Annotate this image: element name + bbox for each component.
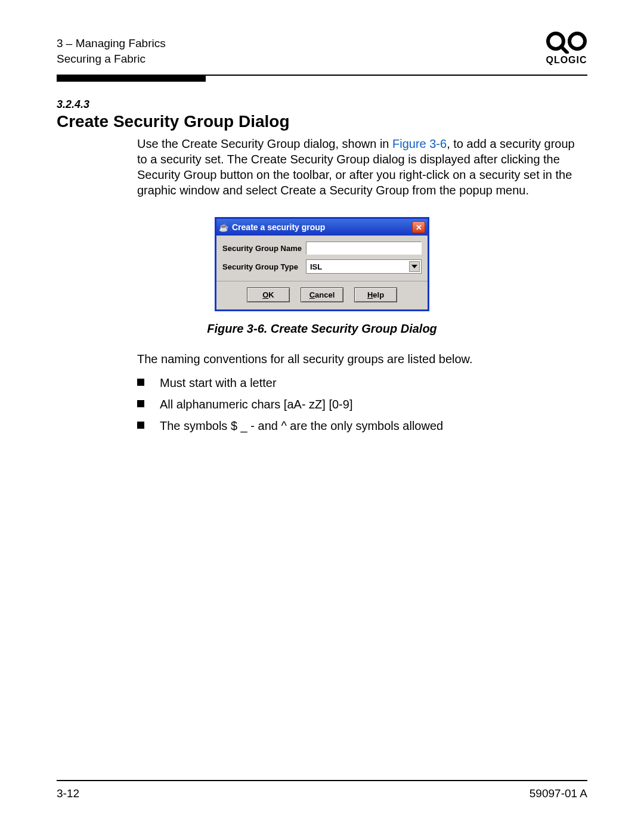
close-button[interactable]: ✕ <box>412 221 425 233</box>
svg-point-1 <box>569 33 585 49</box>
help-rest: elp <box>373 290 384 299</box>
cancel-button[interactable]: Cancel <box>301 287 343 302</box>
header-rule <box>57 75 587 82</box>
close-icon: ✕ <box>416 223 422 232</box>
ok-rest: K <box>268 290 274 299</box>
security-group-name-input[interactable] <box>306 241 422 255</box>
java-icon: ☕ <box>219 222 228 232</box>
bullet-list: Must start with a letter All alphanumeri… <box>137 375 581 433</box>
section-label: Securing a Fabric <box>57 51 166 67</box>
brand-logo: QLOGIC <box>546 29 587 66</box>
list-item: Must start with a letter <box>137 375 581 391</box>
security-group-name-label: Security Group Name <box>222 244 306 253</box>
dropdown-arrow-button[interactable] <box>409 261 420 272</box>
bullet-icon <box>137 379 144 386</box>
svg-marker-3 <box>411 265 417 268</box>
list-item: The symbols $ _ - and ^ are the only sym… <box>137 418 581 433</box>
bullet-icon <box>137 400 144 407</box>
document-number: 59097-01 A <box>530 787 587 800</box>
dialog-titlebar: ☕ Create a security group ✕ <box>216 219 428 236</box>
bullet-text: The symbols $ _ - and ^ are the only sym… <box>160 418 443 433</box>
intro-paragraph: Use the Create Security Group dialog, sh… <box>137 136 581 198</box>
qlogic-logo-icon <box>546 29 587 54</box>
chevron-down-icon <box>411 265 417 268</box>
page-number: 3-12 <box>57 787 79 800</box>
chapter-label: 3 – Managing Fabrics <box>57 36 166 51</box>
bullet-text: Must start with a letter <box>160 375 277 391</box>
page-footer: 3-12 59097-01 A <box>57 780 587 800</box>
svg-line-2 <box>561 47 567 52</box>
security-group-type-dropdown[interactable]: ISL <box>306 259 422 274</box>
page-header-text: 3 – Managing Fabrics Securing a Fabric <box>57 36 166 66</box>
bullet-text: All alphanumeric chars [aA- zZ] [0-9] <box>160 397 352 412</box>
ok-button[interactable]: OK <box>247 287 290 302</box>
security-group-type-label: Security Group Type <box>222 262 306 271</box>
dialog-title: Create a security group <box>232 222 325 232</box>
section-title: Create Security Group Dialog <box>57 112 587 131</box>
list-item: All alphanumeric chars [aA- zZ] [0-9] <box>137 397 581 412</box>
cancel-rest: ancel <box>315 290 335 299</box>
help-button[interactable]: Help <box>354 287 397 302</box>
figure-caption: Figure 3-6. Create Security Group Dialog <box>57 322 587 336</box>
brand-name: QLOGIC <box>546 55 587 66</box>
intro-text-pre: Use the Create Security Group dialog, sh… <box>137 137 392 150</box>
figure-reference-link[interactable]: Figure 3-6 <box>392 137 447 150</box>
bullet-icon <box>137 422 144 429</box>
create-security-group-dialog: ☕ Create a security group ✕ Security Gro… <box>215 217 429 311</box>
naming-intro: The naming conventions for all security … <box>137 351 581 367</box>
dropdown-value: ISL <box>310 262 322 271</box>
section-number: 3.2.4.3 <box>57 98 587 111</box>
